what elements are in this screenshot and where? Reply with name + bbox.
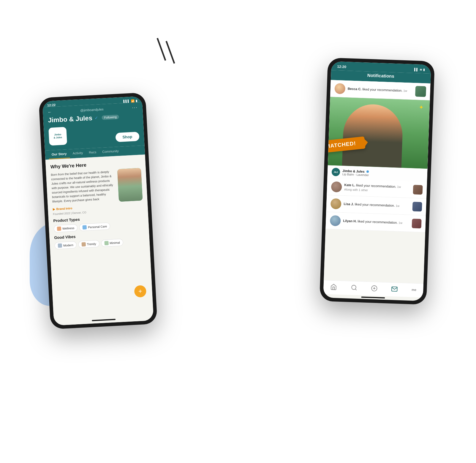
story-image (117, 168, 143, 202)
signal-bars-icon: ▌▌ (414, 68, 419, 71)
brand-logo: Jimbo& Jules (48, 127, 67, 146)
wifi-icon: 📶 (131, 99, 135, 103)
product-thumb-lisa (412, 202, 422, 211)
avatar-kate (331, 181, 342, 192)
card-verified-dot (366, 170, 369, 173)
nav-home[interactable] (330, 284, 337, 290)
notif-text-lilyan: Lilyan H. liked your recommendation. 1w (343, 219, 409, 225)
tab-activity[interactable]: Activity (69, 148, 86, 158)
play-icon: ▶ (53, 208, 55, 211)
notif-text-becca: Becca C. liked your recommendation. 1w (348, 87, 413, 94)
wifi-icon-right: ≋ (420, 68, 422, 71)
notif-name-lisa: Lisa J. (344, 202, 354, 206)
vibe-trendy[interactable]: Trendy (78, 240, 99, 248)
modern-icon (58, 244, 62, 248)
fab-add-button[interactable]: + (134, 285, 146, 298)
tab-community[interactable]: Community (99, 147, 122, 157)
vibes-tags: Modern Trendy Minimal (54, 238, 145, 249)
notif-text-lisa: Lisa J. liked your recommendation. 1w (344, 202, 410, 208)
notif-name-lilyan: Lilyan H. (343, 219, 357, 223)
vibe-modern[interactable]: Modern (54, 241, 77, 249)
brand-content: Why We're Here Born from the belief that… (45, 154, 154, 325)
status-time-right: 12:20 (337, 64, 346, 69)
avatar-lisa (330, 198, 341, 209)
vibe-minimal[interactable]: Minimal (101, 239, 124, 247)
product-card-image: ✦ (328, 97, 430, 169)
wellness-icon (57, 227, 61, 231)
tag-wellness-label: Wellness (62, 226, 75, 230)
signal-icon: ▌▌▌ (123, 99, 130, 103)
more-options-icon[interactable]: ··· (132, 105, 138, 110)
person-silhouette (342, 103, 404, 168)
minimal-icon (104, 241, 109, 245)
tag-personal-care[interactable]: Personal Care (79, 222, 110, 231)
sparkle-icon: ✦ (418, 104, 424, 111)
tab-our-story[interactable]: Our Story (48, 149, 70, 159)
card-brand-info: Jimbo & Jules Lip Balm - Lavender (342, 169, 369, 176)
home-bar-left (92, 319, 116, 321)
tab-recs[interactable]: Recs (86, 148, 100, 157)
product-thumb-lilyan (412, 219, 422, 228)
nav-me-label: me (412, 288, 416, 292)
tag-wellness[interactable]: Wellness (53, 224, 78, 233)
avatar-becca (334, 83, 345, 94)
nav-search[interactable] (351, 284, 358, 291)
story-text: Born from the belief that our health is … (51, 169, 116, 205)
product-tags: Wellness Personal Care (53, 221, 144, 233)
verified-icon: ✓ (94, 116, 98, 121)
following-badge[interactable]: Following (102, 114, 119, 120)
brand-name: Jimbo & Jules (48, 114, 92, 124)
matched-card: ✦ J&J Jimbo & Jules Lip Balm - Lavender … (327, 97, 430, 182)
nav-messages[interactable] (391, 286, 398, 293)
home-bar-right (361, 296, 385, 298)
vibe-minimal-label: Minimal (110, 241, 120, 245)
why-title: Why We're Here (50, 159, 141, 170)
nav-profile[interactable]: me (412, 288, 416, 292)
notif-time-kate: 1w (397, 185, 401, 189)
story-section: Born from the belief that our health is … (51, 168, 143, 205)
notif-time-lisa: 1w (396, 204, 399, 208)
battery-icon-right: ▮ (423, 68, 425, 71)
notification-lilyan: Lilyan H. liked your recommendation. 1w (325, 212, 426, 233)
vibe-trendy-label: Trendy (87, 242, 96, 246)
notif-time-lilyan: 1w (398, 221, 402, 225)
tag-personal-care-label: Personal Care (88, 225, 107, 229)
brand-logo-row: Jimbo& Jules Shop (48, 123, 140, 146)
card-brand-avatar: J&J (332, 168, 340, 176)
phone-left: 12:22 ▌▌▌ 📶 ▮ ← @jimboandjules ··· Jimbo… (39, 92, 157, 329)
back-arrow-icon[interactable]: ← (48, 110, 52, 115)
phone-right-screen: 12:20 ▌▌ ≋ ▮ Notifications Becca C. like… (323, 61, 431, 301)
notifications-content: Becca C. liked your recommendation. 1w ✦ (324, 80, 430, 283)
nav-add[interactable] (371, 285, 378, 292)
notif-product-becca (415, 86, 426, 97)
notif-time-becca: 1w (403, 89, 407, 92)
shop-button[interactable]: Shop (115, 132, 140, 142)
phone-right: 12:20 ▌▌ ≋ ▮ Notifications Becca C. like… (320, 58, 435, 305)
battery-icon: ▮ (135, 99, 137, 102)
phone-left-screen: 12:22 ▌▌▌ 📶 ▮ ← @jimboandjules ··· Jimbo… (42, 96, 154, 326)
brand-intro-label: Brand Intro (56, 207, 72, 211)
phones-container: 12:22 ▌▌▌ 📶 ▮ ← @jimboandjules ··· Jimbo… (45, 59, 431, 416)
notif-name-becca: Becca C. (348, 87, 362, 91)
brand-header: ← @jimboandjules ··· Jimbo & Jules ✓ Fol… (42, 102, 144, 151)
product-thumb-kate (413, 185, 423, 195)
personal-care-icon (83, 225, 87, 230)
notif-name-kate: Kate L. (344, 183, 355, 187)
vibe-modern-label: Modern (63, 243, 73, 247)
trendy-icon (81, 242, 86, 246)
status-icons-right: ▌▌ ≋ ▮ (414, 68, 425, 71)
avatar-lilyan (330, 215, 341, 226)
notif-text-kate: Kate L. liked your recommendation. 1w Al… (344, 183, 411, 194)
